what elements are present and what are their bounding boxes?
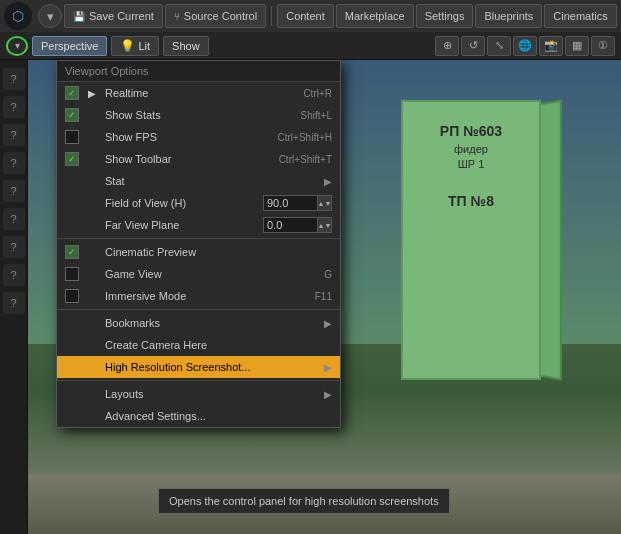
cabinet-text-line1: РП №603 — [440, 122, 502, 142]
marketplace-button[interactable]: Marketplace — [336, 4, 414, 28]
menu-separator-2 — [57, 309, 340, 310]
sidebar-icon-5[interactable]: ? — [3, 180, 25, 202]
cinematic-preview-checkbox[interactable] — [65, 245, 79, 259]
viewport-maximize-btn[interactable]: ⊕ — [435, 36, 459, 56]
menu-item-far-view: Far View Plane ▲▼ — [57, 214, 340, 236]
cabinet-text-line4: ТП №8 — [448, 192, 494, 212]
menu-item-game-view[interactable]: Game View G — [57, 263, 340, 285]
menu-item-show-toolbar[interactable]: Show Toolbar Ctrl+Shift+T — [57, 148, 340, 170]
cinematic-preview-icon — [85, 245, 99, 259]
show-toolbar-shortcut: Ctrl+Shift+T — [279, 154, 332, 165]
viewport-camera-btn[interactable]: 📸 — [539, 36, 563, 56]
viewport-toolbar: ▾ Perspective 💡 Lit Show ⊕ ↺ ⤡ 🌐 📸 ▦ ① — [0, 32, 621, 60]
immersive-mode-label: Immersive Mode — [105, 290, 307, 302]
stat-icon — [85, 174, 99, 188]
menu-item-immersive-mode[interactable]: Immersive Mode F11 — [57, 285, 340, 307]
cinematic-preview-label: Cinematic Preview — [105, 246, 332, 258]
sidebar-icon-9[interactable]: ? — [3, 292, 25, 314]
source-control-icon: ⑂ — [174, 11, 180, 22]
sidebar-icon-7[interactable]: ? — [3, 236, 25, 258]
tooltip-box: Opens the control panel for high resolut… — [158, 488, 450, 514]
menu-item-cinematic-preview[interactable]: Cinematic Preview — [57, 241, 340, 263]
cinematics-button[interactable]: Cinematics — [544, 4, 616, 28]
main-toolbar: ⬡ ▾ 💾 Save Current ⑂ Source Control Cont… — [0, 0, 621, 32]
menu-item-show-stats[interactable]: Show Stats Shift+L — [57, 104, 340, 126]
menu-item-realtime[interactable]: ▶ Realtime Ctrl+R — [57, 82, 340, 104]
sidebar-icon-6[interactable]: ? — [3, 208, 25, 230]
perspective-button[interactable]: Perspective — [32, 36, 107, 56]
high-res-arrow-icon: ▶ — [324, 362, 332, 373]
source-control-button[interactable]: ⑂ Source Control — [165, 4, 266, 28]
lit-button[interactable]: 💡 Lit — [111, 36, 159, 56]
bookmarks-arrow-icon: ▶ — [324, 318, 332, 329]
menu-item-show-fps[interactable]: Show FPS Ctrl+Shift+H — [57, 126, 340, 148]
viewport-number-btn[interactable]: ① — [591, 36, 615, 56]
viewport-globe-btn[interactable]: 🌐 — [513, 36, 537, 56]
cabinet-text-line2: фидер — [454, 142, 488, 157]
immersive-mode-checkbox[interactable] — [65, 289, 79, 303]
menu-item-layouts[interactable]: Layouts ▶ — [57, 383, 340, 405]
far-view-input[interactable] — [263, 217, 318, 233]
realtime-shortcut: Ctrl+R — [303, 88, 332, 99]
layouts-label: Layouts — [105, 388, 320, 400]
show-toolbar-icon — [85, 152, 99, 166]
viewport-grid-btn[interactable]: ▦ — [565, 36, 589, 56]
menu-item-high-res-screenshot[interactable]: High Resolution Screenshot... ▶ — [57, 356, 340, 378]
immersive-mode-shortcut: F11 — [315, 291, 332, 302]
menu-item-advanced-settings[interactable]: Advanced Settings... — [57, 405, 340, 427]
viewport-scene: РП №603 фидер ШР 1 ТП №8 Viewport Option… — [28, 60, 621, 534]
layouts-icon — [85, 387, 99, 401]
blueprints-button[interactable]: Blueprints — [475, 4, 542, 28]
layouts-arrow-icon: ▶ — [324, 389, 332, 400]
content-label: Content — [286, 10, 325, 22]
cabinet-text-line4-wrap: ТП №8 — [448, 192, 494, 212]
menu-header: Viewport Options — [57, 61, 340, 82]
sidebar-icon-8[interactable]: ? — [3, 264, 25, 286]
cabinet-body: РП №603 фидер ШР 1 ТП №8 — [401, 100, 541, 380]
save-current-button[interactable]: 💾 Save Current — [64, 4, 163, 28]
sidebar-icon-2[interactable]: ? — [3, 96, 25, 118]
show-toolbar-checkbox[interactable] — [65, 152, 79, 166]
viewport-options-dropdown[interactable]: ▾ — [6, 36, 28, 56]
create-camera-label: Create Camera Here — [105, 339, 332, 351]
viewport-options-menu: Viewport Options ▶ Realtime Ctrl+R Show … — [56, 60, 341, 428]
game-view-icon — [85, 267, 99, 281]
advanced-settings-icon — [85, 409, 99, 423]
stat-label: Stat — [105, 175, 320, 187]
show-fps-icon — [85, 130, 99, 144]
advanced-settings-label: Advanced Settings... — [105, 410, 332, 422]
menu-item-stat[interactable]: Stat ▶ — [57, 170, 340, 192]
fov-input[interactable] — [263, 195, 318, 211]
settings-button[interactable]: Settings — [416, 4, 474, 28]
game-view-shortcut: G — [324, 269, 332, 280]
left-sidebar: ? ? ? ? ? ? ? ? ? — [0, 60, 28, 534]
far-view-spin[interactable]: ▲▼ — [318, 217, 332, 233]
far-view-label: Far View Plane — [105, 219, 263, 231]
menu-item-bookmarks[interactable]: Bookmarks ▶ — [57, 312, 340, 334]
viewport-right-icons: ⊕ ↺ ⤡ 🌐 📸 ▦ ① — [435, 36, 615, 56]
realtime-checkbox[interactable] — [65, 86, 79, 100]
logo-dropdown-btn[interactable]: ▾ — [38, 4, 62, 28]
menu-separator-1 — [57, 238, 340, 239]
show-fps-checkbox[interactable] — [65, 130, 79, 144]
save-icon: 💾 — [73, 11, 85, 22]
game-view-checkbox[interactable] — [65, 267, 79, 281]
create-camera-icon — [85, 338, 99, 352]
sidebar-icon-1[interactable]: ? — [3, 68, 25, 90]
content-button[interactable]: Content — [277, 4, 334, 28]
menu-item-fov: Field of View (H) ▲▼ — [57, 192, 340, 214]
show-stats-checkbox[interactable] — [65, 108, 79, 122]
sidebar-icon-3[interactable]: ? — [3, 124, 25, 146]
fov-spin[interactable]: ▲▼ — [318, 195, 332, 211]
marketplace-label: Marketplace — [345, 10, 405, 22]
settings-label: Settings — [425, 10, 465, 22]
viewport-rotate-btn[interactable]: ↺ — [461, 36, 485, 56]
source-control-label: Source Control — [184, 10, 257, 22]
far-view-icon — [85, 218, 99, 232]
show-stats-shortcut: Shift+L — [301, 110, 332, 121]
sidebar-icon-4[interactable]: ? — [3, 152, 25, 174]
menu-item-create-camera[interactable]: Create Camera Here — [57, 334, 340, 356]
tooltip-text: Opens the control panel for high resolut… — [169, 495, 439, 507]
show-button[interactable]: Show — [163, 36, 209, 56]
viewport-expand-btn[interactable]: ⤡ — [487, 36, 511, 56]
